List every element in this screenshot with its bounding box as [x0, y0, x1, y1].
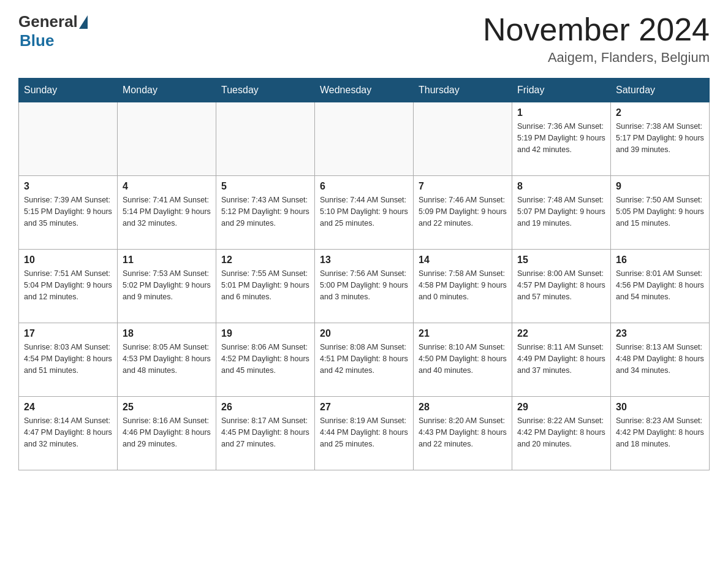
calendar-cell: 24Sunrise: 8:14 AM Sunset: 4:47 PM Dayli… — [19, 397, 118, 470]
calendar-cell: 5Sunrise: 7:43 AM Sunset: 5:12 PM Daylig… — [216, 176, 315, 250]
logo: General Blue — [18, 12, 89, 50]
day-number: 18 — [123, 328, 211, 339]
day-info: Sunrise: 7:53 AM Sunset: 5:02 PM Dayligh… — [123, 268, 211, 302]
calendar-cell: 16Sunrise: 8:01 AM Sunset: 4:56 PM Dayli… — [611, 250, 710, 323]
calendar-cell — [414, 102, 512, 176]
calendar-cell: 27Sunrise: 8:19 AM Sunset: 4:44 PM Dayli… — [315, 397, 414, 470]
day-number: 19 — [221, 328, 309, 339]
calendar-header-row: SundayMondayTuesdayWednesdayThursdayFrid… — [19, 79, 710, 102]
calendar-day-header: Monday — [118, 79, 216, 102]
location-subtitle: Aaigem, Flanders, Belgium — [483, 50, 710, 66]
calendar-day-header: Sunday — [19, 79, 118, 102]
calendar-cell: 8Sunrise: 7:48 AM Sunset: 5:07 PM Daylig… — [512, 176, 611, 250]
calendar-cell: 11Sunrise: 7:53 AM Sunset: 5:02 PM Dayli… — [118, 250, 216, 323]
calendar-cell: 21Sunrise: 8:10 AM Sunset: 4:50 PM Dayli… — [414, 323, 512, 397]
day-info: Sunrise: 7:38 AM Sunset: 5:17 PM Dayligh… — [616, 121, 704, 155]
day-number: 15 — [517, 255, 605, 266]
day-number: 2 — [616, 107, 704, 118]
calendar-day-header: Friday — [512, 79, 611, 102]
calendar-cell — [216, 102, 315, 176]
day-info: Sunrise: 8:14 AM Sunset: 4:47 PM Dayligh… — [24, 415, 112, 450]
calendar-week-row: 10Sunrise: 7:51 AM Sunset: 5:04 PM Dayli… — [19, 250, 710, 323]
day-number: 23 — [616, 328, 704, 339]
calendar-table: SundayMondayTuesdayWednesdayThursdayFrid… — [18, 78, 710, 470]
calendar-day-header: Thursday — [414, 79, 512, 102]
day-info: Sunrise: 8:00 AM Sunset: 4:57 PM Dayligh… — [517, 268, 605, 302]
day-number: 12 — [221, 255, 309, 266]
calendar-cell: 18Sunrise: 8:05 AM Sunset: 4:53 PM Dayli… — [118, 323, 216, 397]
day-info: Sunrise: 7:46 AM Sunset: 5:09 PM Dayligh… — [419, 194, 507, 229]
day-info: Sunrise: 7:55 AM Sunset: 5:01 PM Dayligh… — [221, 268, 309, 302]
title-section: November 2024 Aaigem, Flanders, Belgium — [483, 12, 710, 66]
day-number: 5 — [221, 181, 309, 192]
day-info: Sunrise: 8:20 AM Sunset: 4:43 PM Dayligh… — [419, 415, 507, 450]
calendar-cell: 10Sunrise: 7:51 AM Sunset: 5:04 PM Dayli… — [19, 250, 118, 323]
day-info: Sunrise: 7:39 AM Sunset: 5:15 PM Dayligh… — [24, 194, 112, 229]
logo-general-text: General — [18, 12, 78, 31]
day-number: 17 — [24, 328, 112, 339]
day-number: 20 — [320, 328, 408, 339]
calendar-cell: 1Sunrise: 7:36 AM Sunset: 5:19 PM Daylig… — [512, 102, 611, 176]
day-info: Sunrise: 7:56 AM Sunset: 5:00 PM Dayligh… — [320, 268, 408, 302]
day-info: Sunrise: 8:22 AM Sunset: 4:42 PM Dayligh… — [517, 415, 605, 450]
day-info: Sunrise: 7:44 AM Sunset: 5:10 PM Dayligh… — [320, 194, 408, 229]
day-number: 29 — [517, 402, 605, 413]
logo-blue-text: Blue — [20, 31, 54, 50]
day-info: Sunrise: 7:48 AM Sunset: 5:07 PM Dayligh… — [517, 194, 605, 229]
day-info: Sunrise: 8:13 AM Sunset: 4:48 PM Dayligh… — [616, 342, 704, 376]
day-info: Sunrise: 7:43 AM Sunset: 5:12 PM Dayligh… — [221, 194, 309, 229]
day-number: 6 — [320, 181, 408, 192]
day-info: Sunrise: 7:51 AM Sunset: 5:04 PM Dayligh… — [24, 268, 112, 302]
calendar-cell: 15Sunrise: 8:00 AM Sunset: 4:57 PM Dayli… — [512, 250, 611, 323]
calendar-cell: 30Sunrise: 8:23 AM Sunset: 4:42 PM Dayli… — [611, 397, 710, 470]
day-info: Sunrise: 7:41 AM Sunset: 5:14 PM Dayligh… — [123, 194, 211, 229]
calendar-day-header: Wednesday — [315, 79, 414, 102]
day-info: Sunrise: 7:36 AM Sunset: 5:19 PM Dayligh… — [517, 121, 605, 155]
day-info: Sunrise: 8:17 AM Sunset: 4:45 PM Dayligh… — [221, 415, 309, 450]
day-info: Sunrise: 7:50 AM Sunset: 5:05 PM Dayligh… — [616, 194, 704, 229]
calendar-cell: 28Sunrise: 8:20 AM Sunset: 4:43 PM Dayli… — [414, 397, 512, 470]
day-number: 14 — [419, 255, 507, 266]
day-info: Sunrise: 7:58 AM Sunset: 4:58 PM Dayligh… — [419, 268, 507, 302]
day-number: 25 — [123, 402, 211, 413]
calendar-week-row: 17Sunrise: 8:03 AM Sunset: 4:54 PM Dayli… — [19, 323, 710, 397]
day-number: 27 — [320, 402, 408, 413]
calendar-cell: 3Sunrise: 7:39 AM Sunset: 5:15 PM Daylig… — [19, 176, 118, 250]
day-info: Sunrise: 8:23 AM Sunset: 4:42 PM Dayligh… — [616, 415, 704, 450]
calendar-cell: 13Sunrise: 7:56 AM Sunset: 5:00 PM Dayli… — [315, 250, 414, 323]
day-number: 13 — [320, 255, 408, 266]
calendar-cell — [118, 102, 216, 176]
calendar-week-row: 1Sunrise: 7:36 AM Sunset: 5:19 PM Daylig… — [19, 102, 710, 176]
day-number: 3 — [24, 181, 112, 192]
calendar-cell: 23Sunrise: 8:13 AM Sunset: 4:48 PM Dayli… — [611, 323, 710, 397]
calendar-day-header: Saturday — [611, 79, 710, 102]
day-number: 8 — [517, 181, 605, 192]
day-info: Sunrise: 8:01 AM Sunset: 4:56 PM Dayligh… — [616, 268, 704, 302]
day-info: Sunrise: 8:10 AM Sunset: 4:50 PM Dayligh… — [419, 342, 507, 376]
calendar-cell — [315, 102, 414, 176]
day-info: Sunrise: 8:11 AM Sunset: 4:49 PM Dayligh… — [517, 342, 605, 376]
day-number: 24 — [24, 402, 112, 413]
day-number: 22 — [517, 328, 605, 339]
calendar-cell — [19, 102, 118, 176]
day-number: 4 — [123, 181, 211, 192]
calendar-cell: 7Sunrise: 7:46 AM Sunset: 5:09 PM Daylig… — [414, 176, 512, 250]
day-info: Sunrise: 8:16 AM Sunset: 4:46 PM Dayligh… — [123, 415, 211, 450]
calendar-cell: 29Sunrise: 8:22 AM Sunset: 4:42 PM Dayli… — [512, 397, 611, 470]
day-number: 30 — [616, 402, 704, 413]
day-number: 26 — [221, 402, 309, 413]
day-number: 7 — [419, 181, 507, 192]
day-number: 11 — [123, 255, 211, 266]
calendar-cell: 25Sunrise: 8:16 AM Sunset: 4:46 PM Dayli… — [118, 397, 216, 470]
calendar-cell: 17Sunrise: 8:03 AM Sunset: 4:54 PM Dayli… — [19, 323, 118, 397]
day-number: 21 — [419, 328, 507, 339]
calendar-week-row: 3Sunrise: 7:39 AM Sunset: 5:15 PM Daylig… — [19, 176, 710, 250]
day-info: Sunrise: 8:19 AM Sunset: 4:44 PM Dayligh… — [320, 415, 408, 450]
day-info: Sunrise: 8:08 AM Sunset: 4:51 PM Dayligh… — [320, 342, 408, 376]
day-info: Sunrise: 8:05 AM Sunset: 4:53 PM Dayligh… — [123, 342, 211, 376]
day-info: Sunrise: 8:03 AM Sunset: 4:54 PM Dayligh… — [24, 342, 112, 376]
calendar-cell: 14Sunrise: 7:58 AM Sunset: 4:58 PM Dayli… — [414, 250, 512, 323]
day-number: 10 — [24, 255, 112, 266]
calendar-week-row: 24Sunrise: 8:14 AM Sunset: 4:47 PM Dayli… — [19, 397, 710, 470]
calendar-cell: 19Sunrise: 8:06 AM Sunset: 4:52 PM Dayli… — [216, 323, 315, 397]
